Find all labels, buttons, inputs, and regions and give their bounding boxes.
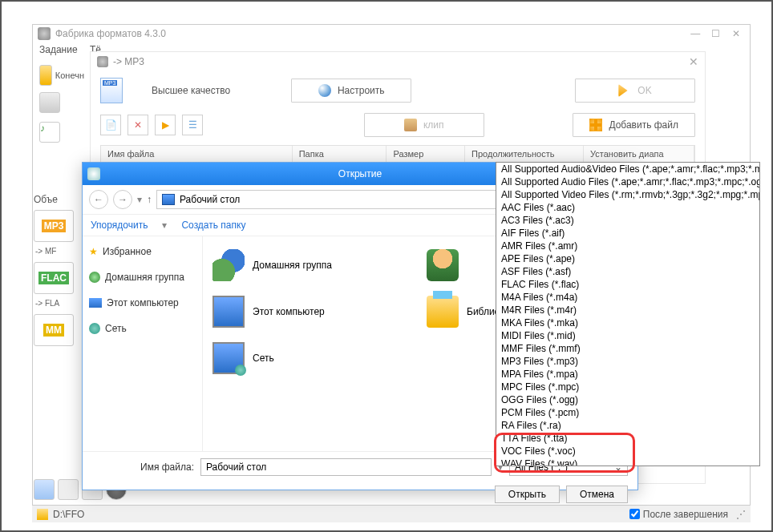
close-button[interactable]: ✕	[727, 28, 745, 39]
sidebar-homegroup[interactable]: Домашняя группа	[87, 268, 197, 286]
gear-icon	[318, 84, 331, 97]
homegroup-large-icon	[212, 249, 245, 281]
libraries-large-icon	[427, 296, 459, 328]
sidebar-network[interactable]: Сеть	[87, 320, 197, 337]
cancel-button[interactable]: Отмена	[566, 486, 628, 503]
monitor-icon	[89, 298, 102, 308]
up-button[interactable]: ↑	[147, 194, 152, 205]
filetype-option[interactable]: All Supported Video Files (*.rm;*.rmvb;*…	[496, 188, 759, 201]
save-icon	[404, 119, 417, 131]
filetype-option[interactable]: M4A Files (*.m4a)	[496, 291, 759, 304]
col-folder[interactable]: Папка	[293, 146, 387, 162]
folder-icon[interactable]	[39, 65, 52, 86]
col-name[interactable]: Имя файла	[101, 146, 293, 162]
col-duration[interactable]: Продолжительность	[465, 146, 584, 162]
col-size[interactable]: Размер	[386, 146, 465, 162]
filetype-option[interactable]: FLAC Files (*.flac)	[496, 278, 759, 291]
mp3-close-button[interactable]: ✕	[689, 55, 698, 68]
filename-input[interactable]	[200, 458, 492, 476]
configure-label: Настроить	[338, 85, 385, 96]
path-text: Рабочий стол	[180, 194, 240, 205]
filetype-option[interactable]: M4R Files (*.m4r)	[496, 304, 759, 316]
recent-dropdown[interactable]: ▾	[137, 194, 142, 205]
format-card-mp3[interactable]: MP3	[34, 210, 74, 242]
network-icon	[89, 323, 100, 334]
filetype-dropdown-list[interactable]: All Supported Audio&Video Files (*.ape;*…	[496, 162, 760, 466]
format-card-flac[interactable]: FLAC	[34, 262, 74, 294]
filetype-option[interactable]: AMR Files (*.amr)	[496, 240, 759, 252]
ok-label: OK	[637, 85, 651, 96]
list-small-button[interactable]: ☰	[182, 115, 203, 135]
network-large-icon	[212, 342, 245, 374]
objects-label: Объе	[34, 194, 88, 205]
filetype-option[interactable]: OGG Files (*.ogg)	[496, 393, 759, 406]
resize-grip-icon[interactable]: ⋰	[736, 509, 746, 520]
mp3-arrow-label: -> MF	[35, 247, 88, 256]
window-buttons: — ☐ ✕	[686, 28, 745, 39]
add-file-label: Добавить файл	[609, 119, 678, 131]
filetype-option[interactable]: ASF Files (*.asf)	[496, 265, 759, 278]
filetype-option[interactable]: APE Files (*.ape)	[496, 252, 759, 265]
play-icon	[618, 84, 631, 97]
filetype-option[interactable]: PCM Files (*.pcm)	[496, 406, 759, 419]
filetype-option[interactable]: MIDI Files (*.mid)	[496, 329, 759, 342]
plus-icon	[589, 119, 602, 131]
item-homegroup[interactable]: Домашняя группа	[212, 244, 414, 286]
doc-icon-2[interactable]	[58, 479, 79, 500]
filetype-option[interactable]: MPC Files (*.mpc)	[496, 381, 759, 393]
play-small-button[interactable]: ▶	[155, 115, 176, 135]
clip-button[interactable]: клип	[364, 113, 484, 137]
mp3-window-icon	[97, 56, 108, 67]
filename-label: Имя файла:	[140, 461, 194, 473]
filetype-option[interactable]: All Supported Audio Files (*.ape;*.amr;*…	[496, 175, 759, 188]
star-icon: ★	[89, 246, 98, 257]
filetype-option[interactable]: All Supported Audio&Video Files (*.ape;*…	[496, 163, 759, 175]
filetype-option[interactable]: WAV Files (*.wav)	[496, 457, 759, 466]
after-complete-label: После завершения	[643, 509, 728, 520]
configure-button[interactable]: Настроить	[291, 79, 411, 103]
organize-menu[interactable]: Упорядочить	[91, 220, 148, 231]
maximize-button[interactable]: ☐	[707, 28, 725, 39]
places-sidebar: ★Избранное Домашняя группа Этот компьюте…	[83, 236, 203, 451]
filetype-option[interactable]: AAC Files (*.aac)	[496, 201, 759, 214]
filetype-option[interactable]: MPA Files (*.mpa)	[496, 368, 759, 381]
sidebar-thispc[interactable]: Этот компьютер	[87, 294, 197, 312]
col-range[interactable]: Установить диапа	[584, 146, 694, 162]
filetype-option[interactable]: AIF Files (*.aif)	[496, 227, 759, 240]
filetype-option[interactable]: AC3 Files (*.ac3)	[496, 214, 759, 227]
flac-arrow-label: -> FLA	[35, 299, 88, 308]
minimize-button[interactable]: —	[686, 28, 704, 39]
item-network[interactable]: Сеть	[212, 337, 414, 379]
homegroup-icon	[89, 272, 100, 283]
mp3-title-text: -> MP3	[113, 56, 144, 67]
forward-button[interactable]: →	[113, 190, 132, 209]
video-icon[interactable]	[39, 92, 60, 113]
file-columns-header: Имя файла Папка Размер Продолжительность…	[100, 145, 695, 163]
open-button[interactable]: Открыть	[495, 486, 560, 503]
format-card-mma[interactable]: MM	[34, 314, 74, 346]
ok-button[interactable]: OK	[575, 79, 695, 103]
taskbar-path: D:\FFO	[53, 509, 84, 520]
filetype-option[interactable]: RA Files (*.ra)	[496, 419, 759, 432]
filetype-option[interactable]: MKA Files (*.mka)	[496, 316, 759, 329]
mp3-file-icon	[100, 78, 123, 103]
menu-task[interactable]: Задание	[39, 44, 78, 55]
item-thispc[interactable]: Этот компьютер	[212, 291, 414, 332]
chevron-down-icon: ▾	[162, 220, 167, 231]
back-button[interactable]: ←	[89, 190, 108, 209]
filetype-option[interactable]: TTA Files (*.tta)	[496, 432, 759, 445]
filetype-option[interactable]: VOC Files (*.voc)	[496, 445, 759, 457]
clip-label: клип	[423, 119, 444, 131]
music-icon[interactable]: ♪	[39, 122, 60, 143]
format-column: Объе MP3 -> MF FLAC -> FLA MM	[34, 194, 88, 351]
open-dialog-title: Открытие	[338, 168, 382, 179]
add-small-button[interactable]: 📄	[100, 115, 121, 135]
filetype-option[interactable]: MMF Files (*.mmf)	[496, 342, 759, 355]
sidebar-favorites[interactable]: ★Избранное	[87, 243, 197, 260]
filetype-option[interactable]: MP3 Files (*.mp3)	[496, 355, 759, 368]
new-folder-button[interactable]: Создать папку	[181, 220, 245, 231]
doc-icon-1[interactable]	[34, 479, 55, 500]
desktop-icon	[162, 194, 175, 205]
add-file-button[interactable]: Добавить файл	[573, 113, 695, 137]
remove-small-button[interactable]: ✕	[127, 115, 148, 135]
